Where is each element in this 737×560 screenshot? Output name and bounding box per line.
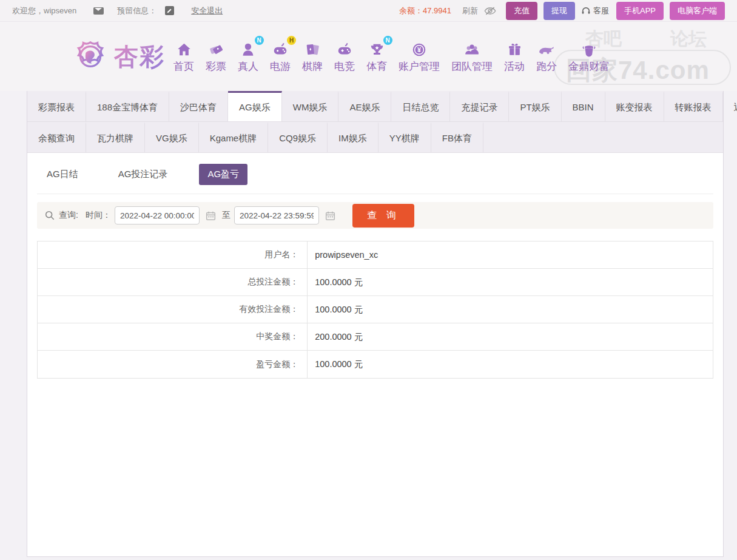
logo-emblem-icon (72, 38, 109, 75)
table-row: 总投注金额： 100.0000 元 (38, 269, 713, 296)
row-label: 有效投注金额： (38, 296, 308, 323)
new-badge: N (255, 36, 264, 45)
welcome-text: 欢迎您，wipseven (12, 5, 76, 16)
egame-icon: H (272, 39, 289, 58)
tab-daily-overview[interactable]: 日结总览 (391, 91, 450, 121)
subtab-ag-profit-loss[interactable]: AG盈亏 (199, 164, 247, 185)
board-games-icon (305, 39, 320, 58)
row-value: 100.0000 元 (308, 304, 363, 315)
withdraw-button[interactable]: 提现 (543, 2, 575, 20)
tab-wm[interactable]: WM娱乐 (282, 91, 339, 121)
tab-rebate-total[interactable]: 返点总额 (723, 91, 737, 121)
nav-item-lottery[interactable]: 彩票 (206, 39, 226, 73)
table-row: 盈亏金额： 100.0000 元 (38, 351, 713, 378)
nav-item-esports[interactable]: 电竞 (334, 39, 355, 73)
nav-item-activity[interactable]: 活动 (504, 39, 525, 73)
time-label: 时间： (86, 210, 111, 221)
new-badge: N (383, 36, 392, 45)
row-value: 200.0000 元 (308, 331, 363, 343)
nav-item-board-games[interactable]: 棋牌 (302, 39, 323, 73)
nav-item-egame[interactable]: H 电游 (270, 39, 291, 73)
row-value: prowipseven_xc (308, 250, 378, 260)
tab-yy[interactable]: YY棋牌 (379, 122, 431, 152)
tab-cq9[interactable]: CQ9娱乐 (268, 122, 328, 152)
recharge-button[interactable]: 充值 (506, 2, 537, 20)
nav-item-wealth[interactable]: 金鼎财富 (568, 39, 610, 73)
ag-subtabs: AG日结 AG投注记录 AG盈亏 (37, 161, 713, 194)
account-manage-icon: ¥ (411, 39, 427, 58)
nav-item-account-manage[interactable]: ¥ 账户管理 (399, 39, 440, 73)
row-label: 中奖金额： (38, 323, 308, 350)
tab-content: AG日结 AG投注记录 AG盈亏 查询: 时间： 至 查 询 用户名： prow… (27, 153, 723, 379)
site-header: 杏彩 首页 彩票 N 真人 H 电游 棋牌 (0, 22, 737, 91)
site-logo[interactable]: 杏彩 (72, 38, 165, 75)
pc-client-button[interactable]: 电脑客户端 (670, 2, 725, 20)
tab-balance-query[interactable]: 余额查询 (27, 122, 86, 152)
wealth-icon (581, 39, 597, 58)
balance-value: 47.9941 (423, 6, 451, 15)
to-label: 至 (222, 210, 231, 221)
main-container: 彩票报表 188金宝博体育 沙巴体育 AG娱乐 WM娱乐 AE娱乐 日结总览 充… (27, 91, 724, 557)
logo-text: 杏彩 (114, 40, 165, 73)
tab-fb-sport[interactable]: FB体育 (431, 122, 483, 152)
live-casino-icon: N (240, 39, 257, 58)
tab-pt[interactable]: PT娱乐 (509, 91, 561, 121)
paofen-rhino-icon (537, 39, 556, 58)
tab-lottery-report[interactable]: 彩票报表 (27, 91, 86, 121)
tab-vg[interactable]: VG娱乐 (145, 122, 199, 152)
customer-service-button[interactable]: 客服 (581, 5, 609, 16)
row-label: 盈亏金额： (38, 351, 308, 378)
date-to-input[interactable] (234, 206, 319, 224)
tab-row-1: 彩票报表 188金宝博体育 沙巴体育 AG娱乐 WM娱乐 AE娱乐 日结总览 充… (27, 91, 723, 122)
edit-icon[interactable] (165, 6, 174, 15)
row-label: 用户名： (38, 241, 308, 268)
tab-188-sport[interactable]: 188金宝博体育 (86, 91, 169, 121)
topbar: 欢迎您，wipseven 预留信息： 安全退出 余额：47.9941 刷新 充值… (0, 0, 737, 22)
date-from-input[interactable] (115, 206, 200, 224)
eye-off-icon[interactable] (484, 6, 496, 16)
home-icon (176, 39, 192, 58)
tab-bbin[interactable]: BBIN (562, 91, 605, 121)
nav-item-sports[interactable]: N 体育 (366, 39, 387, 73)
row-value: 100.0000 元 (308, 359, 363, 370)
subtab-ag-daily[interactable]: AG日结 (38, 164, 87, 185)
search-icon (44, 210, 55, 221)
main-nav: 首页 彩票 N 真人 H 电游 棋牌 电竞 (173, 39, 610, 73)
tab-transfer-report[interactable]: 转账报表 (664, 91, 723, 121)
tab-deposit-withdraw-record[interactable]: 充提记录 (450, 91, 509, 121)
tab-im[interactable]: IM娱乐 (328, 122, 379, 152)
balance-text: 余额：47.9941 (399, 5, 451, 16)
lottery-ticket-icon (208, 39, 224, 58)
nav-item-paofen[interactable]: 跑分 (536, 39, 557, 73)
headset-icon (581, 6, 591, 15)
tab-saba-sport[interactable]: 沙巴体育 (169, 91, 228, 121)
activity-gift-icon (507, 39, 522, 58)
calendar-icon[interactable] (325, 211, 335, 221)
tab-kgame[interactable]: Kgame棋牌 (199, 122, 269, 152)
mobile-app-button[interactable]: 手机APP (616, 2, 664, 20)
nav-item-live-casino[interactable]: N 真人 (238, 39, 258, 73)
search-bar: 查询: 时间： 至 查 询 (37, 202, 713, 229)
row-label: 总投注金额： (38, 269, 308, 295)
calendar-icon[interactable] (206, 211, 216, 221)
svg-text:¥: ¥ (417, 46, 421, 53)
table-row: 用户名： prowipseven_xc (38, 241, 713, 269)
tab-ae[interactable]: AE娱乐 (338, 91, 391, 121)
tab-row-2: 余额查询 瓦力棋牌 VG娱乐 Kgame棋牌 CQ9娱乐 IM娱乐 YY棋牌 F… (27, 122, 723, 153)
envelope-icon[interactable] (93, 7, 104, 15)
search-button[interactable]: 查 询 (352, 204, 414, 228)
sports-icon: N (369, 39, 385, 58)
report-tabs: 彩票报表 188金宝博体育 沙巴体育 AG娱乐 WM娱乐 AE娱乐 日结总览 充… (27, 91, 723, 153)
subtab-ag-bet-record[interactable]: AG投注记录 (110, 164, 177, 185)
logout-link[interactable]: 安全退出 (191, 5, 223, 16)
nav-item-team-manage[interactable]: 团队管理 (451, 39, 493, 73)
nav-item-home[interactable]: 首页 (173, 39, 194, 73)
balance-label: 余额： (399, 6, 423, 15)
query-label: 查询: (59, 210, 78, 221)
refresh-button[interactable]: 刷新 (462, 5, 478, 16)
tab-wali[interactable]: 瓦力棋牌 (86, 122, 145, 152)
tab-ag[interactable]: AG娱乐 (228, 91, 282, 121)
table-row: 有效投注金额： 100.0000 元 (38, 296, 713, 323)
tab-account-change-report[interactable]: 账变报表 (605, 91, 664, 121)
hot-badge: H (287, 36, 296, 45)
